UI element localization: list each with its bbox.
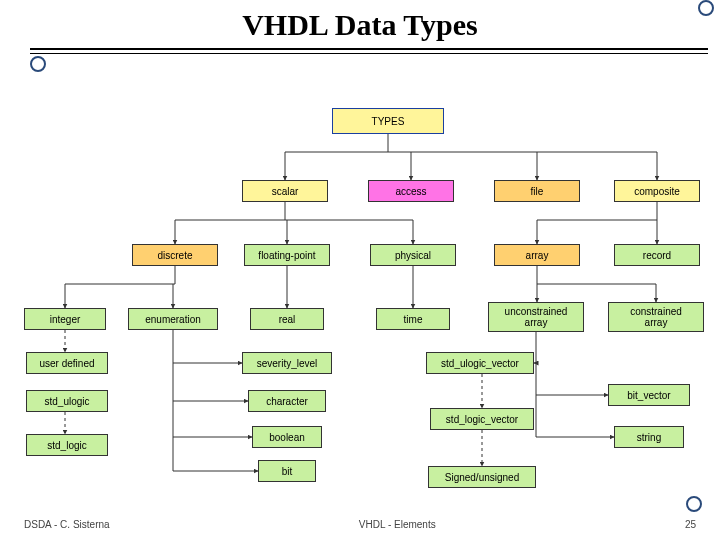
slide-title: VHDL Data Types (0, 8, 720, 42)
footer-author: DSDA - C. Sisterna (24, 519, 110, 530)
node-file: file (494, 180, 580, 202)
node-character: character (248, 390, 326, 412)
node-floating: floating-point (244, 244, 330, 266)
node-enumeration: enumeration (128, 308, 218, 330)
node-discrete: discrete (132, 244, 218, 266)
node-std_logic_vector: std_logic_vector (430, 408, 534, 430)
node-scalar: scalar (242, 180, 328, 202)
decor-circle-bottom-right (686, 496, 702, 512)
decor-circle-left (30, 56, 46, 72)
node-boolean: boolean (252, 426, 322, 448)
title-rule-thin (30, 53, 708, 54)
node-std_logic: std_logic (26, 434, 108, 456)
title-rule-thick (30, 48, 708, 50)
node-time: time (376, 308, 450, 330)
node-bit: bit (258, 460, 316, 482)
node-physical: physical (370, 244, 456, 266)
node-string: string (614, 426, 684, 448)
node-access: access (368, 180, 454, 202)
node-signed: Signed/unsigned (428, 466, 536, 488)
node-types: TYPES (332, 108, 444, 134)
node-real: real (250, 308, 324, 330)
node-bit_vector: bit_vector (608, 384, 690, 406)
connector-lines (0, 0, 720, 540)
node-std_ulogic_vector: std_ulogic_vector (426, 352, 534, 374)
node-array: array (494, 244, 580, 266)
node-unconstrained: unconstrained array (488, 302, 584, 332)
node-integer: integer (24, 308, 106, 330)
node-severity: severity_level (242, 352, 332, 374)
footer-center: VHDL - Elements (359, 519, 436, 530)
node-std_ulogic: std_ulogic (26, 390, 108, 412)
node-record: record (614, 244, 700, 266)
node-composite: composite (614, 180, 700, 202)
footer-page-number: 25 (685, 519, 696, 530)
decor-circle-right (698, 0, 714, 16)
node-userdef: user defined (26, 352, 108, 374)
node-constrained: constrained array (608, 302, 704, 332)
